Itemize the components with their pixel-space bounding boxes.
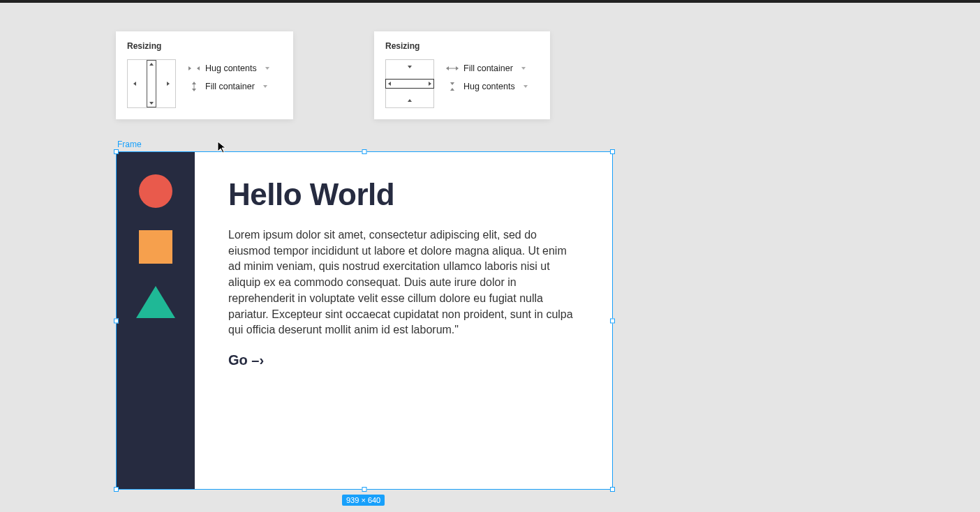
option-label: Hug contents	[205, 63, 257, 73]
square-shape[interactable]	[139, 230, 172, 264]
frame-content: Hello World Lorem ipsum dolor sit amet, …	[195, 152, 612, 489]
option-label: Hug contents	[463, 82, 515, 91]
canvas-frame[interactable]: Hello World Lorem ipsum dolor sit amet, …	[116, 151, 613, 490]
option-label: Fill container	[463, 63, 513, 73]
resize-handle[interactable]	[610, 318, 615, 323]
horizontal-constraint-dropdown[interactable]: Fill container	[447, 63, 528, 73]
go-link[interactable]: Go –›	[228, 352, 581, 368]
vertical-constraint-dropdown[interactable]: Fill container	[188, 82, 269, 91]
chevron-down-icon	[265, 67, 269, 70]
dimensions-badge: 939 × 640	[342, 495, 385, 506]
panel-title: Resizing	[127, 41, 282, 51]
panel-title: Resizing	[385, 41, 539, 51]
resizing-panel-vertical: Resizing Hug contents Fill container	[116, 31, 293, 119]
vertical-constraint-dropdown[interactable]: Hug contents	[447, 82, 528, 91]
body-text[interactable]: Lorem ipsum dolor sit amet, consectetur …	[228, 227, 581, 338]
heading[interactable]: Hello World	[228, 177, 581, 212]
frame-sidebar	[117, 152, 195, 489]
constraint-widget[interactable]	[127, 59, 176, 108]
triangle-shape[interactable]	[136, 286, 175, 318]
resize-handle[interactable]	[362, 487, 367, 492]
constraint-widget[interactable]	[385, 59, 434, 108]
fill-horizontal-icon	[447, 64, 458, 73]
horizontal-constraint-dropdown[interactable]: Hug contents	[188, 63, 269, 73]
option-label: Fill container	[205, 82, 255, 91]
resize-handle[interactable]	[362, 149, 367, 154]
app-topbar	[0, 0, 980, 3]
chevron-down-icon	[524, 85, 528, 88]
hug-vertical-icon	[447, 82, 458, 91]
fill-vertical-icon	[188, 82, 200, 91]
resizing-panel-horizontal: Resizing Fill container Hug contents	[374, 31, 550, 119]
hug-horizontal-icon	[188, 64, 200, 73]
resize-handle[interactable]	[610, 149, 615, 154]
resize-handle[interactable]	[114, 487, 119, 492]
circle-shape[interactable]	[139, 174, 172, 208]
resize-handle[interactable]	[610, 487, 615, 492]
chevron-down-icon	[521, 67, 526, 70]
chevron-down-icon	[263, 85, 267, 88]
frame-label[interactable]: Frame	[117, 140, 142, 149]
resize-handle[interactable]	[114, 318, 119, 323]
resize-handle[interactable]	[114, 149, 119, 154]
